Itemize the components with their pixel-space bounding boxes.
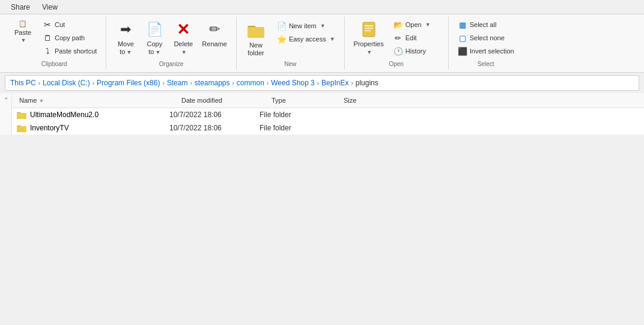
clipboard-group-label: Clipboard — [2, 61, 106, 67]
breadcrumb-weed-shop[interactable]: Weed Shop 3 — [271, 79, 315, 87]
new-item-arrow: ▼ — [320, 23, 326, 29]
rename-icon: ✏ — [205, 20, 224, 39]
svg-rect-9 — [17, 126, 26, 132]
open-button[interactable]: 📂 Open ▼ — [389, 18, 443, 31]
breadcrumb-bepinex[interactable]: BepInEx — [321, 79, 348, 87]
breadcrumb-steamapps[interactable]: steamapps — [195, 79, 230, 87]
properties-icon — [359, 20, 378, 39]
file-list-area: Name ▼ Date modified Type Size UltimateM… — [12, 93, 644, 135]
clipboard-small-stack: Cut 🗒 Copy path ⤵ Paste shortcut — [38, 17, 101, 60]
breadcrumb-program-files[interactable]: Program Files (x86) — [97, 79, 160, 87]
breadcrumb-sep-4: › — [232, 80, 234, 87]
address-bar[interactable]: This PC › Local Disk (C:) › Program File… — [5, 75, 639, 91]
copy-to-button[interactable]: 📄 Copyto▼ — [140, 17, 169, 60]
move-to-label: Moveto▼ — [118, 40, 134, 56]
new-folder-label: Newfolder — [248, 41, 264, 57]
svg-rect-2 — [363, 22, 375, 37]
breadcrumb-sep-6: › — [317, 80, 319, 87]
delete-button[interactable]: ✕ Delete ▼ — [169, 17, 198, 60]
edit-button[interactable]: ✏ Edit — [389, 31, 443, 44]
cut-button[interactable]: Cut — [38, 18, 101, 31]
move-to-button[interactable]: ➡ Moveto▼ — [111, 17, 140, 60]
edit-label: Edit — [406, 34, 417, 41]
nav-pane: ⌃ — [0, 93, 12, 135]
copy-to-label: Copyto▼ — [147, 40, 162, 56]
easy-access-button[interactable]: ⭐ Easy access ▼ — [273, 32, 339, 46]
file-name-cell: InventoryTV — [17, 123, 169, 133]
breadcrumb-steam[interactable]: Steam — [167, 79, 188, 87]
new-item-label: New item — [289, 22, 317, 29]
new-group-label: New — [237, 61, 344, 67]
move-to-icon: ➡ — [116, 20, 135, 39]
rename-button[interactable]: ✏ Rename — [198, 17, 231, 60]
invert-selection-button[interactable]: ⬛ Invert selection — [454, 44, 518, 58]
col-header-size[interactable]: Size — [341, 96, 389, 105]
file-name: InventoryTV — [30, 124, 69, 132]
easy-access-icon: ⭐ — [277, 34, 287, 44]
open-small-stack: 📂 Open ▼ ✏ Edit 🕐 History — [389, 17, 443, 60]
file-date: 10/7/2022 18:06 — [169, 124, 260, 132]
tab-view[interactable]: View — [36, 1, 64, 14]
organize-group: ➡ Moveto▼ 📄 Copyto▼ ✕ Delete ▼ ✏ Rename … — [106, 17, 237, 70]
ribbon-content: 📋 Paste ▼ Cut 🗒 Copy path ⤵ — [0, 14, 644, 72]
table-row[interactable]: UltimateModMenu2.0 10/7/2022 18:06 File … — [12, 108, 644, 121]
svg-rect-4 — [365, 28, 373, 29]
select-all-button[interactable]: ▦ Select all — [454, 18, 518, 31]
new-folder-icon — [246, 21, 266, 40]
organize-group-label: Organize — [106, 61, 236, 67]
new-small-stack: 📄 New item ▼ ⭐ Easy access ▼ — [273, 18, 339, 61]
breadcrumb-common[interactable]: common — [237, 79, 264, 87]
breadcrumb-sep-1: › — [93, 80, 94, 87]
properties-arrow: ▼ — [366, 49, 372, 55]
file-rows: UltimateModMenu2.0 10/7/2022 18:06 File … — [12, 108, 644, 135]
new-buttons: Newfolder 📄 New item ▼ ⭐ Easy access ▼ — [242, 17, 339, 61]
breadcrumb-this-pc[interactable]: This PC — [10, 79, 36, 87]
copy-path-icon: 🗒 — [43, 33, 52, 43]
new-item-button[interactable]: 📄 New item ▼ — [273, 19, 339, 32]
open-group: Properties ▼ 📂 Open ▼ ✏ Edit 🕐 — [345, 17, 449, 70]
paste-shortcut-label: Paste shortcut — [55, 47, 97, 55]
paste-shortcut-button[interactable]: ⤵ Paste shortcut — [38, 44, 101, 58]
paste-dropdown-arrow: ▼ — [21, 37, 26, 43]
open-label: Open — [406, 21, 422, 28]
paste-icon: 📋 — [19, 20, 27, 28]
select-all-icon: ▦ — [458, 20, 467, 29]
file-name-cell: UltimateModMenu2.0 — [17, 110, 169, 120]
ribbon-tab-bar: Share View — [0, 0, 644, 14]
copy-path-button[interactable]: 🗒 Copy path — [38, 31, 101, 44]
delete-dropdown-arrow: ▼ — [181, 49, 187, 55]
collapse-button[interactable]: ⌃ — [2, 96, 10, 105]
history-label: History — [406, 47, 426, 55]
select-group-label: Select — [449, 61, 523, 67]
breadcrumb-sep-7: › — [351, 80, 353, 87]
delete-label: Delete — [174, 40, 193, 48]
svg-rect-5 — [365, 30, 371, 31]
table-row[interactable]: InventoryTV 10/7/2022 18:06 File folder — [12, 121, 644, 135]
col-header-type[interactable]: Type — [269, 96, 341, 105]
rename-label: Rename — [202, 40, 227, 48]
new-folder-button[interactable]: Newfolder — [242, 18, 270, 61]
new-item-icon: 📄 — [277, 21, 287, 31]
properties-label: Properties — [354, 40, 384, 48]
file-type: File folder — [260, 111, 332, 119]
breadcrumb-sep-2: › — [162, 80, 164, 87]
select-none-button[interactable]: ▢ Select none — [454, 31, 518, 44]
paste-label: Paste — [14, 29, 31, 36]
organize-buttons: ➡ Moveto▼ 📄 Copyto▼ ✕ Delete ▼ ✏ Rename — [111, 17, 231, 67]
paste-button[interactable]: 📋 Paste ▼ — [7, 17, 38, 60]
breadcrumb-sep-5: › — [267, 80, 269, 87]
file-name: UltimateModMenu2.0 — [30, 111, 99, 119]
copy-to-icon: 📄 — [145, 20, 164, 39]
col-header-name[interactable]: Name ▼ — [17, 96, 179, 105]
properties-button[interactable]: Properties ▼ — [350, 17, 388, 60]
breadcrumb-local-disk[interactable]: Local Disk (C:) — [43, 79, 90, 87]
file-list-header: Name ▼ Date modified Type Size — [12, 93, 644, 108]
file-area: ⌃ Name ▼ Date modified Type Size Ultimat… — [0, 93, 644, 135]
col-header-date[interactable]: Date modified — [179, 96, 269, 105]
clipboard-buttons: 📋 Paste ▼ Cut 🗒 Copy path ⤵ — [7, 17, 101, 60]
tab-share[interactable]: Share — [5, 1, 36, 14]
delete-icon: ✕ — [174, 20, 193, 39]
cut-label: Cut — [55, 21, 65, 28]
history-button[interactable]: 🕐 History — [389, 44, 443, 58]
select-group: ▦ Select all ▢ Select none ⬛ Invert sele… — [449, 17, 523, 70]
